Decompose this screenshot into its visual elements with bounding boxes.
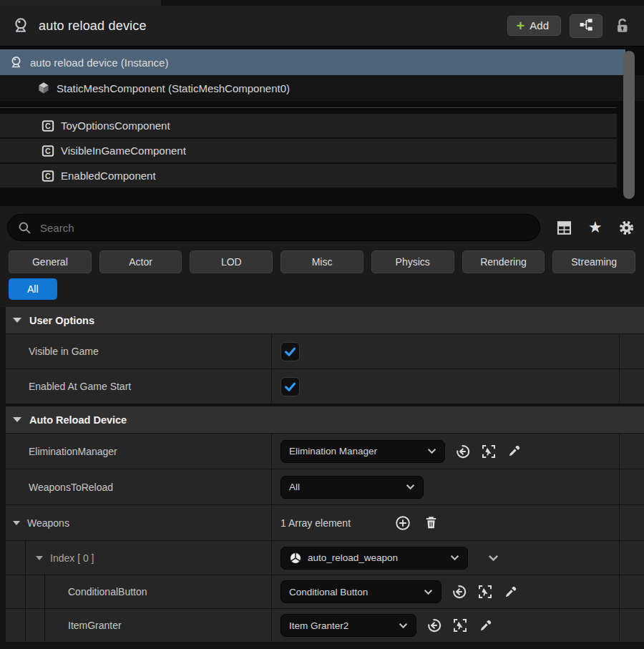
- chevron-down-icon: [443, 555, 459, 561]
- tree-item-label: EnabledComponent: [61, 170, 156, 182]
- collapse-triangle-icon: [13, 318, 21, 323]
- indent-guide: [25, 575, 26, 608]
- indent-guide: [44, 609, 45, 642]
- tree-item-staticmesh[interactable]: StaticMeshComponent (StaticMeshComponent…: [0, 75, 644, 101]
- unlock-icon[interactable]: [611, 17, 634, 34]
- filter-tab-actor[interactable]: Actor: [99, 250, 182, 273]
- visible-in-game-checkbox[interactable]: [280, 342, 300, 361]
- chevron-down-icon: [416, 589, 433, 595]
- property-label: Enabled At Game Start: [29, 381, 131, 392]
- tree-item-toyoptionscomponent[interactable]: CToyOptionsComponent: [0, 114, 617, 137]
- chevron-down-icon: [420, 448, 436, 454]
- edit-blueprint-button[interactable]: [570, 14, 602, 38]
- dropdown-value: Conditional Button: [289, 587, 368, 597]
- tree-divider: [0, 101, 644, 114]
- property-label: WeaponsToReload: [29, 482, 113, 493]
- use-selected-icon[interactable]: [427, 618, 441, 633]
- search-input[interactable]: [39, 221, 530, 235]
- all-row: All: [0, 278, 644, 300]
- component-icon: C: [42, 119, 54, 132]
- filter-tab-physics[interactable]: Physics: [371, 250, 454, 273]
- search-row: ★: [0, 212, 644, 243]
- search-box[interactable]: [7, 214, 540, 241]
- indent-guide: [44, 575, 45, 608]
- element-options-chevron-icon[interactable]: [488, 555, 499, 562]
- filter-tab-rendering[interactable]: Rendering: [462, 250, 545, 273]
- collapse-triangle-icon: [13, 417, 21, 422]
- svg-text:C: C: [45, 147, 51, 155]
- header-actions: + Add: [507, 14, 634, 38]
- chevron-down-icon: [399, 484, 415, 490]
- details-header: auto reload device + Add: [0, 6, 644, 46]
- filter-tabs: GeneralActorLODMiscPhysicsRenderingStrea…: [0, 250, 644, 273]
- tree-item-label: StaticMeshComponent (StaticMeshComponent…: [57, 82, 290, 94]
- enabled-at-game-start-checkbox[interactable]: [280, 377, 300, 396]
- svg-text:C: C: [45, 122, 51, 130]
- dropdown-value: Elimination Manager: [289, 446, 377, 457]
- row-weapons-to-reload: WeaponsToReload All: [6, 469, 644, 505]
- category-user-options[interactable]: User Options: [6, 307, 644, 334]
- item-granter-dropdown[interactable]: Item Granter2: [280, 614, 416, 637]
- category-title: Auto Reload Device: [29, 414, 127, 426]
- elimination-manager-dropdown[interactable]: Elimination Manager: [280, 440, 445, 463]
- static-mesh-cube-icon: [37, 82, 50, 94]
- expand-triangle-icon[interactable]: [36, 556, 43, 560]
- details-panel: auto reload device + Add auto reload dev…: [0, 0, 644, 649]
- tree-item-label: ToyOptionsComponent: [61, 119, 170, 132]
- filter-tab-general[interactable]: General: [9, 250, 92, 273]
- use-selected-icon[interactable]: [456, 444, 470, 459]
- favorites-star-icon[interactable]: ★: [588, 220, 602, 235]
- eyedropper-icon[interactable]: [504, 585, 517, 599]
- pick-actor-icon[interactable]: [478, 585, 492, 599]
- pick-actor-icon[interactable]: [453, 618, 467, 633]
- add-button-label: Add: [530, 19, 549, 31]
- property-label: ConditionalButton: [68, 586, 147, 597]
- weapons-to-reload-dropdown[interactable]: All: [280, 476, 424, 499]
- filter-tab-lod[interactable]: LOD: [190, 250, 273, 273]
- filter-tab-streaming[interactable]: Streaming: [552, 250, 635, 273]
- actor-orb-icon: [11, 16, 30, 35]
- category-auto-reload-device[interactable]: Auto Reload Device: [6, 406, 644, 434]
- conditional-button-dropdown[interactable]: Conditional Button: [280, 580, 441, 603]
- dropdown-value: Item Granter2: [289, 620, 348, 631]
- tree-item-instance[interactable]: auto reload device (Instance): [0, 49, 625, 75]
- settings-gear-icon[interactable]: [618, 220, 635, 236]
- property-label: Weapons: [27, 517, 69, 529]
- blueprint-hierarchy-icon: [579, 17, 594, 35]
- property-grid: User Options Visible in Game Enabled At …: [0, 307, 644, 649]
- expand-triangle-icon[interactable]: [13, 521, 20, 525]
- dropdown-value: auto_reload_weapon: [308, 552, 398, 563]
- pick-actor-icon[interactable]: [482, 444, 496, 459]
- add-element-icon[interactable]: [395, 515, 411, 531]
- property-label: Visible in Game: [29, 346, 99, 357]
- delete-array-icon[interactable]: [424, 515, 439, 530]
- component-icon: C: [42, 145, 54, 157]
- asset-orb-icon: [289, 552, 302, 565]
- eyedropper-icon[interactable]: [479, 619, 492, 633]
- tree-item-visibleingamecomponent[interactable]: CVisibleInGameComponent: [0, 139, 617, 162]
- use-selected-icon[interactable]: [452, 585, 467, 599]
- component-list: CToyOptionsComponentCVisibleInGameCompon…: [0, 114, 644, 187]
- filter-tab-misc[interactable]: Misc: [280, 250, 364, 273]
- display-grid-icon[interactable]: [556, 220, 572, 236]
- weapon-asset-dropdown[interactable]: auto_reload_weapon: [280, 547, 468, 570]
- indent-guide: [25, 609, 26, 642]
- component-icon: C: [42, 170, 54, 182]
- eyedropper-icon[interactable]: [507, 444, 521, 458]
- svg-text:C: C: [45, 172, 51, 180]
- dropdown-value: All: [289, 482, 300, 492]
- actor-orb-icon: [9, 55, 24, 70]
- array-count-label: 1 Array element: [280, 517, 351, 529]
- active-tab-edge: [0, 0, 161, 6]
- row-item-granter: ItemGranter Item Granter2: [6, 609, 644, 643]
- filter-tab-all[interactable]: All: [9, 278, 57, 300]
- tree-scrollbar[interactable]: [623, 51, 635, 199]
- component-tree: auto reload device (Instance) StaticMesh…: [0, 46, 644, 206]
- tree-item-enabledcomponent[interactable]: CEnabledComponent: [0, 164, 617, 187]
- add-component-button[interactable]: + Add: [507, 16, 561, 36]
- tree-item-label: VisibleInGameComponent: [61, 145, 186, 157]
- plus-icon: +: [517, 21, 525, 31]
- property-label: EliminationManager: [29, 446, 117, 457]
- actor-title: auto reload device: [39, 19, 147, 34]
- row-visible-in-game: Visible in Game: [6, 334, 644, 369]
